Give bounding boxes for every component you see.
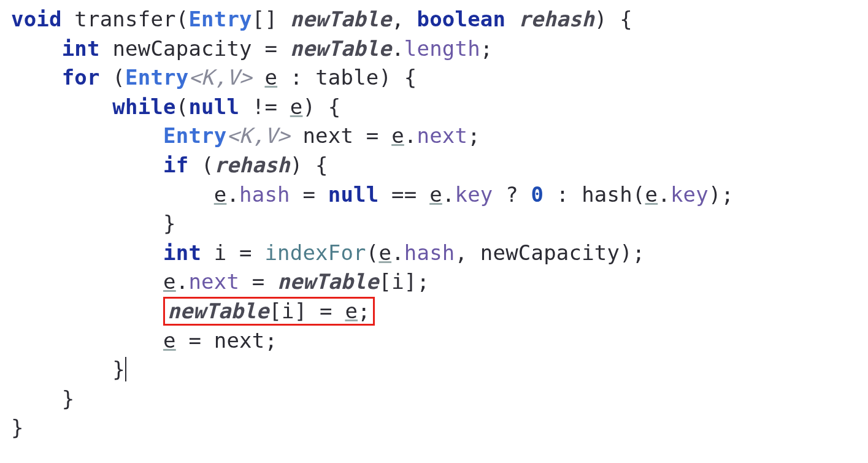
cursor-position: }	[112, 357, 126, 381]
code-line-10: e.next = newTable[i];	[11, 269, 429, 294]
code-line-11: newTable[i] = e;	[11, 299, 375, 323]
code-line-15: }	[11, 415, 24, 440]
code-line-14: }	[11, 386, 74, 411]
code-line-6: if (rehash) {	[11, 153, 328, 177]
code-line-8: }	[11, 211, 176, 235]
code-line-12: e = next;	[11, 328, 277, 353]
code-line-13: }	[11, 357, 126, 381]
code-line-3: for (Entry<K,V> e : table) {	[11, 65, 417, 90]
code-line-7: e.hash = null == e.key ? 0 : hash(e.key)…	[11, 182, 734, 207]
code-line-2: int newCapacity = newTable.length;	[11, 36, 493, 61]
highlighted-line: newTable[i] = e;	[163, 297, 375, 326]
code-line-5: Entry<K,V> next = e.next;	[11, 123, 480, 148]
code-block: void transfer(Entry[] newTable, boolean …	[0, 0, 868, 455]
code-line-4: while(null != e) {	[11, 94, 340, 119]
code-line-1: void transfer(Entry[] newTable, boolean …	[11, 7, 632, 31]
code-line-9: int i = indexFor(e.hash, newCapacity);	[11, 240, 645, 265]
